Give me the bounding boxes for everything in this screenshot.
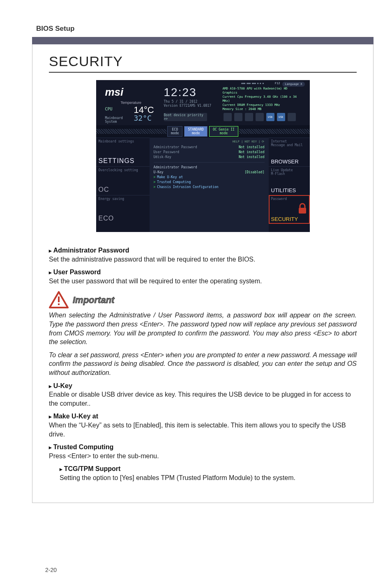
content-frame: SECURITY ▪▪▪ ▪▪▪ ▪▪▪ ▪ ▪ ▪ F12 Language … — [32, 44, 374, 503]
nav-eco-big: ECO — [99, 215, 114, 222]
svg-rect-1 — [58, 296, 60, 302]
nav-browser[interactable]: Internet Message and Mail BROWSER — [269, 138, 310, 166]
row-make-ukey[interactable]: >Make U-Key at — [154, 175, 265, 180]
hatch-left — [96, 129, 167, 134]
nav-browser-big: BROWSER — [271, 158, 299, 165]
body-user-password: Set the user password that will be requi… — [49, 277, 357, 286]
help-hotkey-line[interactable]: HELP | HOT KEY | ⟳ — [154, 140, 265, 143]
header-bar — [32, 37, 374, 44]
usb-icon[interactable]: USB — [266, 113, 274, 121]
page-title: SECURITY — [49, 53, 357, 73]
mode-bar: ECO mode STANDARD mode OC Genie II mode — [96, 125, 310, 138]
language-button[interactable]: Language X — [282, 82, 304, 87]
row-udisk-status: Udisk-KeyNot installed — [154, 155, 265, 160]
head-ukey: U-Key — [49, 381, 357, 390]
clock: 12:23 — [164, 86, 197, 99]
row-admin-pw-status: Administrator PasswordNot installed — [154, 145, 265, 150]
header-bios-setup: BIOS Setup — [36, 25, 75, 33]
bios-screenshot: ▪▪▪ ▪▪▪ ▪▪▪ ▪ ▪ ▪ F12 Language X msi Tem… — [96, 80, 310, 232]
page-number: 2-20 — [45, 567, 57, 573]
globe-icon[interactable] — [288, 113, 296, 121]
device-icon-row: USB USB — [224, 113, 296, 121]
hatch-right — [239, 129, 310, 134]
nav-oc-big: OC — [99, 186, 109, 193]
row-admin-pw[interactable]: Administrator Password — [154, 165, 265, 170]
important-label: Important — [73, 294, 114, 306]
oc-genie-tab[interactable]: OC Genie II mode — [209, 126, 238, 137]
right-nav: Internet Message and Mail BROWSER Live U… — [269, 138, 310, 232]
warning-triangle-icon — [49, 291, 69, 308]
body-ukey: Enable or disable USB driver device as k… — [49, 390, 357, 408]
body-trusted-computing: Press <Enter> to enter the sub-menu. — [49, 452, 357, 461]
drive-icon-2[interactable] — [234, 113, 242, 121]
left-nav: Mainboard settings SETTINGS Overclocking… — [96, 138, 150, 232]
row-chassis-intrusion[interactable]: >Chassis Intrusion Configuration — [154, 185, 265, 190]
nav-settings-big: SETTINGS — [99, 157, 135, 165]
usb-icon-2[interactable]: USB — [277, 113, 285, 121]
security-panel: HELP | HOT KEY | ⟳ Administrator Passwor… — [150, 138, 269, 232]
svg-rect-2 — [58, 303, 60, 305]
nav-utilities-sub: Live Update M-Flash — [271, 168, 293, 176]
system-temp-value: 32°C — [134, 114, 152, 122]
drive-icon-1[interactable] — [224, 113, 232, 121]
nav-security-sub: Password — [271, 197, 287, 201]
divider — [154, 162, 265, 163]
bios-version: Version E7721AMS V1.0B17 — [164, 104, 212, 108]
body-admin-password: Set the administrative password that wil… — [49, 255, 357, 264]
nav-oc[interactable]: Overclocking setting OC — [96, 166, 150, 195]
header-icon-strip: ▪▪▪ ▪▪▪ ▪▪▪ ▪ ▪ ▪ — [241, 82, 264, 85]
msi-logo: msi — [105, 86, 124, 99]
system-label: Mainboard System — [105, 116, 123, 124]
nav-security[interactable]: Password SECURITY — [269, 195, 310, 224]
date: Thu 5 / 31 / 2012 — [164, 100, 198, 103]
doc-body: Administrator Password Set the administr… — [49, 246, 357, 482]
head-user-password: User Password — [49, 268, 357, 277]
nav-browser-sub: Internet Message and Mail — [271, 140, 303, 147]
nav-settings-sub: Mainboard settings — [99, 140, 134, 143]
head-tcg-tpm: TCG/TPM Support — [60, 464, 357, 473]
row-trusted-computing[interactable]: >Trusted Computing — [154, 180, 265, 185]
head-trusted-computing: Trusted Computing — [49, 443, 357, 452]
nav-eco-sub: Energy saving — [99, 197, 125, 201]
nav-eco[interactable]: Energy saving ECO — [96, 195, 150, 224]
head-admin-password: Administrator Password — [49, 246, 357, 255]
standard-mode-tab[interactable]: STANDARD mode — [184, 126, 208, 137]
body-make-ukey: When the “U-Key” as sets to [Enabled], t… — [49, 421, 357, 439]
cpu-info: AMD A10-5700 APU with Radeon(tm) HD Grap… — [223, 87, 304, 111]
nav-security-big: SECURITY — [271, 216, 298, 222]
padlock-icon — [297, 203, 307, 214]
nav-oc-sub: Overclocking setting — [99, 168, 138, 172]
nav-utilities-big: UTILITIES — [271, 187, 296, 193]
f12-shortcut: F12 — [275, 82, 280, 85]
svg-rect-0 — [299, 208, 306, 214]
temperature-label: Temperature — [121, 101, 142, 105]
important-para-2: To clear a set password, press <Enter> w… — [49, 351, 357, 377]
important-callout: Important — [49, 291, 357, 308]
boot-device-priority[interactable]: Boot device priority >> — [164, 113, 207, 121]
nav-settings[interactable]: Mainboard settings SETTINGS — [96, 138, 150, 166]
cpu-label: CPU — [105, 107, 113, 111]
row-ukey[interactable]: U-Key[Disabled] — [154, 170, 265, 175]
body-tcg-tpm: Setting the option to [Yes] enables TPM … — [60, 473, 357, 482]
row-user-pw-status: User PasswordNot installed — [154, 150, 265, 155]
nav-utilities[interactable]: Live Update M-Flash UTILITIES — [269, 166, 310, 195]
folder-icon[interactable] — [256, 113, 264, 121]
important-para-1: When selecting the Administrative / User… — [49, 311, 357, 346]
head-make-ukey: Make U-Key at — [49, 412, 357, 421]
disc-icon[interactable] — [245, 113, 253, 121]
eco-mode-tab[interactable]: ECO mode — [167, 126, 182, 137]
